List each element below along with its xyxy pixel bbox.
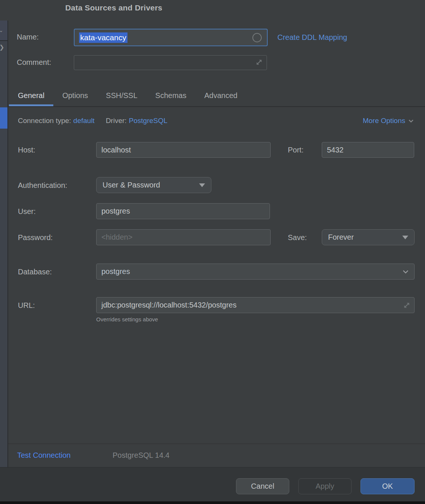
url-helper-text: Overrides settings above [96, 316, 158, 322]
dropdown-arrow-icon [199, 183, 205, 187]
chevron-right-icon: ❯ [0, 44, 4, 51]
comment-label: Comment: [17, 58, 51, 67]
settings-tabs: General Options SSH/SSL Schemas Advanced [9, 86, 246, 106]
dropdown-arrow-icon [402, 236, 408, 239]
sidebar-edge: ⌄ ❯ [0, 21, 8, 467]
password-label: Password: [18, 233, 53, 242]
save-label: Save: [288, 233, 307, 242]
bottom-divider [8, 444, 425, 444]
tabs-divider [8, 106, 425, 107]
url-value: jdbc:postgresql://localhost:5432/postgre… [101, 301, 236, 309]
cancel-button[interactable]: Cancel [236, 478, 289, 494]
connection-type-value-link[interactable]: default [73, 117, 95, 125]
more-options-button[interactable]: More Options [363, 117, 414, 125]
host-input[interactable] [96, 142, 271, 158]
test-connection-link[interactable]: Test Connection [17, 451, 70, 460]
more-options-label: More Options [363, 117, 405, 125]
window-bottom-edge [0, 501, 425, 504]
tab-schemas[interactable]: Schemas [147, 86, 195, 104]
create-ddl-mapping-link[interactable]: Create DDL Mapping [277, 33, 347, 42]
save-value: Forever [328, 233, 354, 242]
tab-ssh-ssl[interactable]: SSH/SSL [97, 86, 146, 104]
dialog-title: Data Sources and Drivers [65, 3, 162, 12]
sidebar-selected-item[interactable] [0, 107, 7, 129]
driver-label: Driver: [106, 117, 127, 125]
port-label: Port: [288, 146, 303, 154]
progress-circle-icon [252, 33, 262, 42]
name-input[interactable]: kata-vacancy [74, 29, 268, 46]
sidebar-toolbar-box: ⌄ [0, 21, 7, 41]
driver-value-link[interactable]: PostgreSQL [129, 117, 168, 125]
save-select[interactable]: Forever [322, 229, 415, 245]
tab-general[interactable]: General [9, 86, 53, 104]
user-input[interactable] [96, 203, 270, 219]
name-label: Name: [17, 33, 39, 41]
tab-options[interactable]: Options [53, 86, 97, 104]
driver-version-text: PostgreSQL 14.4 [113, 451, 170, 460]
apply-button[interactable]: Apply [298, 478, 352, 494]
connection-type-row: Connection type:defaultDriver:PostgreSQL [18, 117, 170, 125]
tab-advanced[interactable]: Advanced [195, 86, 246, 104]
authentication-label: Authentication: [18, 181, 67, 190]
chevron-down-icon [402, 268, 409, 275]
database-label: Database: [18, 268, 52, 276]
connection-type-label: Connection type: [18, 117, 71, 125]
comment-input[interactable] [74, 55, 267, 70]
authentication-select[interactable]: User & Password [96, 177, 211, 193]
port-input[interactable] [322, 142, 414, 158]
ok-button[interactable]: OK [361, 478, 415, 494]
authentication-value: User & Password [103, 181, 160, 189]
expand-icon[interactable] [403, 301, 411, 309]
database-value: postgres [101, 267, 130, 276]
user-label: User: [18, 207, 36, 216]
expand-icon[interactable] [255, 58, 263, 66]
host-label: Host: [18, 146, 35, 154]
url-input[interactable]: jdbc:postgresql://localhost:5432/postgre… [96, 297, 415, 313]
dialog-footer: Cancel Apply OK [0, 467, 425, 501]
password-input[interactable] [96, 229, 271, 245]
chevron-down-icon: ⌄ [0, 27, 3, 33]
url-label: URL: [18, 301, 35, 310]
name-selected-text: kata-vacancy [79, 32, 128, 43]
chevron-down-icon [408, 118, 414, 124]
database-combobox[interactable]: postgres [96, 264, 415, 280]
